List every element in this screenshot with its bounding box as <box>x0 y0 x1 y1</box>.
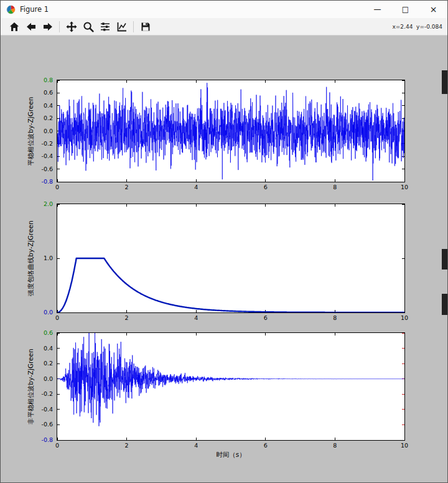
tick-label-y: 0.8 <box>23 77 53 83</box>
edit-axes-button[interactable] <box>113 19 130 34</box>
tick-label-x: 10 <box>401 184 408 190</box>
series-stationary-phase-wave <box>57 83 404 181</box>
figure-canvas[interactable]: 02468100.80.60.40.20.0-0.2-0.4-0.6-0.8平稳… <box>1 35 447 482</box>
tick-label-x: 2 <box>125 315 129 321</box>
window-title: Figure 1 <box>20 5 49 14</box>
tick-label-x: 2 <box>125 443 129 449</box>
tick-label-x: 0 <box>55 315 59 321</box>
plot-area <box>57 80 404 182</box>
figure-window: Figure 1 — □ × <box>0 0 448 483</box>
tick-label-x: 6 <box>264 315 268 321</box>
navigation-toolbar: x=2.44 y=-0.084 <box>1 18 447 35</box>
tick-label-x: 8 <box>333 184 337 190</box>
tick-label-y: 0.6 <box>23 330 53 336</box>
tick-label-x: 10 <box>401 443 408 449</box>
tick-label-y: -0.8 <box>23 179 53 185</box>
tick-label-x: 4 <box>194 184 198 190</box>
background-window-artifact <box>442 249 447 270</box>
pan-button[interactable] <box>63 19 80 34</box>
axis-ylabel: 平稳相位波by-ZjGreen <box>27 96 34 166</box>
titlebar[interactable]: Figure 1 — □ × <box>1 1 447 18</box>
axes-subplot-2[interactable] <box>57 204 405 313</box>
zoom-icon <box>82 21 95 33</box>
maximize-button[interactable]: □ <box>391 1 419 18</box>
background-window-artifact <box>442 294 447 315</box>
forward-button[interactable] <box>39 19 56 34</box>
tick-label-y: 0.6 <box>23 90 53 96</box>
home-icon <box>8 21 21 33</box>
matplotlib-logo-icon <box>6 5 16 14</box>
configure-subplots-icon <box>99 21 111 33</box>
window-controls: — □ × <box>363 1 447 18</box>
axis-xlabel: 时间（s） <box>216 451 245 458</box>
save-icon <box>139 21 152 33</box>
configure-subplots-button[interactable] <box>96 19 113 34</box>
plot-area <box>57 333 404 440</box>
tick-label-y: 0.0 <box>23 309 53 316</box>
pan-icon <box>65 21 78 33</box>
tick-label-x: 4 <box>194 315 198 321</box>
tick-label-y: -0.6 <box>23 166 53 172</box>
home-button[interactable] <box>6 19 22 34</box>
tick-label-x: 6 <box>264 184 268 190</box>
zoom-button[interactable] <box>80 19 96 34</box>
toolbar-separator <box>59 21 60 32</box>
back-button[interactable] <box>22 19 39 34</box>
save-button[interactable] <box>137 19 154 34</box>
plot-area <box>57 204 404 312</box>
tick-label-x: 2 <box>125 184 129 190</box>
tick-label-x: 4 <box>194 443 198 449</box>
axis-ylabel: 强度包络曲线by-ZjGreen <box>27 220 34 296</box>
minimize-button[interactable]: — <box>363 1 391 18</box>
forward-icon <box>42 21 54 33</box>
axes-subplot-1[interactable] <box>57 80 405 182</box>
tick-label-x: 0 <box>55 184 59 190</box>
tick-label-x: 10 <box>401 315 408 321</box>
close-button[interactable]: × <box>419 1 447 18</box>
edit-axes-icon <box>116 21 128 33</box>
tick-label-x: 0 <box>55 443 59 449</box>
back-icon <box>25 21 37 33</box>
series-nonstationary-phase-wave <box>57 333 404 426</box>
toolbar-separator <box>133 21 134 32</box>
background-window-artifact <box>442 70 447 94</box>
tick-label-x: 8 <box>333 315 337 321</box>
axes-subplot-3[interactable] <box>57 332 405 441</box>
axis-ylabel: 非平稳相位波by-ZjGreen <box>27 349 34 424</box>
tick-label-x: 8 <box>333 443 337 449</box>
series-intensity-envelope <box>57 258 404 312</box>
tick-label-y: 2.0 <box>23 201 53 207</box>
cursor-coords-readout: x=2.44 y=-0.084 <box>392 24 442 30</box>
tick-label-x: 6 <box>264 443 268 449</box>
tick-label-y: -0.8 <box>23 437 53 443</box>
